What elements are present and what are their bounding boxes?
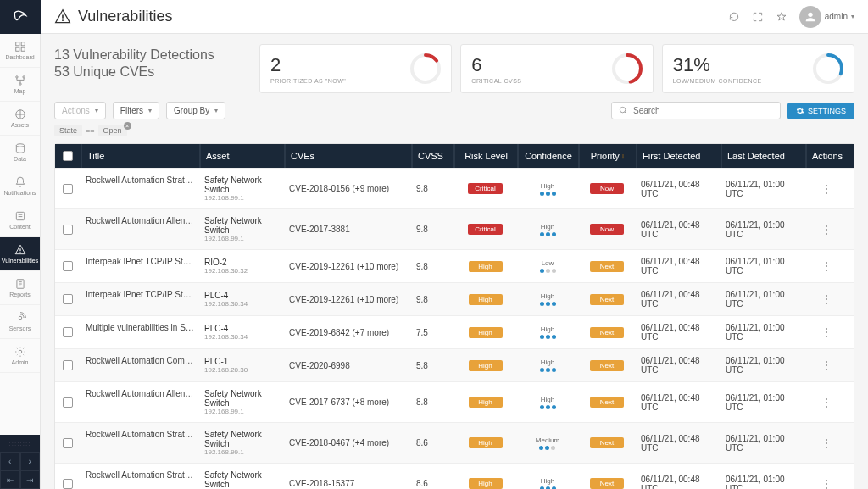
row-checkbox[interactable]	[55, 209, 81, 249]
cell-first-detected: 06/11/21, 00:48 UTC	[636, 316, 721, 348]
cell-asset: Safety Network Switch192.168.99.1	[199, 169, 284, 208]
stat-value: 2	[270, 54, 346, 76]
row-actions-menu[interactable]: ⋮	[805, 250, 848, 282]
nav-icon	[14, 210, 26, 222]
cell-risk: Critical	[453, 209, 517, 249]
svg-point-4	[15, 76, 17, 78]
actions-dropdown[interactable]: Actions▾	[54, 102, 106, 119]
user-menu[interactable]: admin ▾	[799, 6, 854, 28]
fullscreen-icon[interactable]	[752, 11, 764, 23]
nav-prev-button[interactable]: ‹	[0, 452, 20, 470]
refresh-icon[interactable]	[728, 11, 740, 23]
table-row[interactable]: Multiple vulnerabilities in Schneider … …	[55, 315, 854, 348]
cell-priority: Now	[578, 209, 636, 249]
settings-button[interactable]: SETTINGS	[787, 103, 854, 119]
stat-sublabel: PRIORITIZED AS "NOW"	[270, 78, 346, 84]
stat-value: 6	[471, 54, 521, 76]
th-last-detected[interactable]: Last Detected	[721, 144, 805, 168]
donut-icon	[410, 53, 441, 84]
th-risk[interactable]: Risk Level	[453, 144, 517, 168]
svg-point-24	[620, 107, 625, 112]
chip-remove-icon[interactable]: ×	[124, 122, 131, 130]
cell-confidence: High	[517, 382, 578, 422]
cell-priority: Next	[578, 349, 636, 381]
sidebar-item-data[interactable]: Data	[0, 136, 40, 169]
row-checkbox[interactable]	[55, 382, 81, 422]
svg-rect-1	[21, 42, 25, 46]
cell-priority: Now	[578, 169, 636, 208]
cell-title: Interpeak IPnet TCP/IP Stack	[81, 250, 199, 282]
star-icon[interactable]	[776, 11, 787, 23]
cell-risk: High	[453, 316, 517, 348]
sidebar-item-assets[interactable]: Assets	[0, 102, 40, 136]
sidebar-item-sensors[interactable]: Sensors	[0, 305, 40, 339]
th-first-detected[interactable]: First Detected	[636, 144, 721, 168]
table-row[interactable]: Rockwell Automation Allen-Bradley S… Saf…	[55, 381, 854, 422]
row-actions-menu[interactable]: ⋮	[805, 464, 848, 489]
select-all-checkbox[interactable]	[55, 144, 81, 168]
more-vertical-icon: ⋮	[821, 396, 832, 409]
row-checkbox[interactable]	[55, 349, 81, 381]
table-row[interactable]: Interpeak IPnet TCP/IP Stack PLC-4192.16…	[55, 282, 854, 315]
table-row[interactable]: Rockwell Automation Allen-Bradley S… Saf…	[55, 208, 854, 249]
nav-next-button[interactable]: ›	[20, 452, 41, 470]
nav-label: Content	[9, 224, 31, 230]
sidebar-footer: :::::::: ‹ › ⇤ ⇥	[0, 435, 40, 489]
th-title[interactable]: Title	[81, 144, 199, 168]
row-checkbox[interactable]	[55, 423, 81, 463]
row-actions-menu[interactable]: ⋮	[805, 283, 848, 315]
search-input[interactable]	[633, 106, 773, 115]
row-checkbox[interactable]	[55, 464, 81, 489]
cell-first-detected: 06/11/21, 00:48 UTC	[636, 250, 721, 282]
row-actions-menu[interactable]: ⋮	[805, 209, 848, 249]
cell-asset: Safety Network Switch192.168.99.1	[199, 209, 284, 249]
th-confidence[interactable]: Confidence	[517, 144, 578, 168]
unique-cves-count: 53 Unique CVEs	[54, 64, 251, 80]
cell-priority: Next	[578, 464, 636, 489]
chip-value[interactable]: Open×	[98, 125, 127, 136]
row-actions-menu[interactable]: ⋮	[805, 423, 848, 463]
brand-logo[interactable]	[0, 0, 41, 34]
row-actions-menu[interactable]: ⋮	[805, 316, 848, 348]
nav-label: Data	[14, 156, 26, 162]
sidebar-item-reports[interactable]: Reports	[0, 271, 40, 305]
table-row[interactable]: Rockwell Automation Stratix 5400/5… Safe…	[55, 422, 854, 463]
table-row[interactable]: Interpeak IPnet TCP/IP Stack RIO-2192.16…	[55, 249, 854, 282]
sidebar-item-vulnerabilities[interactable]: Vulnerabilities	[0, 237, 40, 271]
table-row[interactable]: Rockwell Automation Stratix 5400/5… Safe…	[55, 463, 854, 489]
nav-first-button[interactable]: ⇤	[0, 470, 20, 489]
table-row[interactable]: Rockwell Automation CompactLogix … PLC-1…	[55, 348, 854, 381]
svg-point-5	[22, 76, 24, 78]
cell-first-detected: 06/11/21, 00:48 UTC	[636, 209, 721, 249]
row-checkbox[interactable]	[55, 316, 81, 348]
th-cvss[interactable]: CVSS	[411, 144, 453, 168]
cell-title: Rockwell Automation Stratix 5400/5…	[81, 464, 199, 489]
svg-rect-11	[19, 252, 20, 253]
th-priority[interactable]: Priority↓	[578, 144, 636, 168]
sidebar-item-notifications[interactable]: Notifications	[0, 169, 40, 203]
nav-last-button[interactable]: ⇥	[20, 470, 41, 489]
sidebar-item-content[interactable]: Content	[0, 203, 40, 237]
table-row[interactable]: Rockwell Automation Stratix, ArmorS… Saf…	[55, 168, 854, 208]
cell-asset: PLC-1192.168.20.30	[199, 349, 284, 381]
search-box[interactable]	[611, 102, 781, 119]
row-actions-menu[interactable]: ⋮	[805, 169, 848, 208]
row-actions-menu[interactable]: ⋮	[805, 349, 848, 381]
cell-confidence: Medium	[517, 423, 578, 463]
row-actions-menu[interactable]: ⋮	[805, 382, 848, 422]
groupby-dropdown[interactable]: Group By▾	[166, 102, 225, 119]
cell-risk: High	[453, 464, 517, 489]
row-checkbox[interactable]	[55, 250, 81, 282]
nav-icon	[14, 244, 26, 256]
row-checkbox[interactable]	[55, 169, 81, 208]
chip-state[interactable]: State	[54, 125, 82, 136]
th-asset[interactable]: Asset	[199, 144, 284, 168]
th-cves[interactable]: CVEs	[284, 144, 411, 168]
sidebar-item-admin[interactable]: Admin	[0, 339, 40, 373]
caret-down-icon: ▾	[214, 107, 218, 114]
sidebar-item-map[interactable]: Map	[0, 68, 40, 102]
nav-icon	[14, 312, 26, 324]
filters-dropdown[interactable]: Filters▾	[113, 102, 159, 119]
row-checkbox[interactable]	[55, 283, 81, 315]
sidebar-item-dashboard[interactable]: Dashboard	[0, 34, 40, 68]
